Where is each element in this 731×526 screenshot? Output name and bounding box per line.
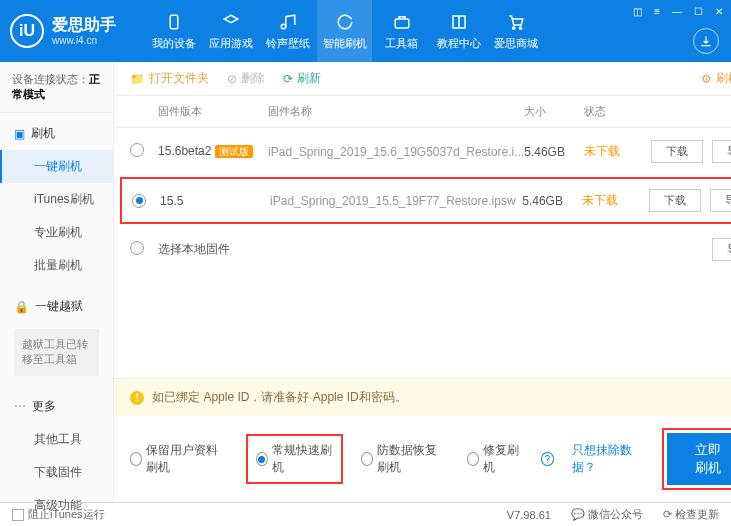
music-icon [278,12,298,32]
sidebar-item-oneclick[interactable]: 一键刷机 [0,150,113,183]
app-title: 爱思助手 [52,15,116,34]
app-logo: iU 爱思助手 www.i4.cn [10,14,116,48]
warning-icon: ! [130,391,144,405]
svg-point-3 [512,26,514,28]
help-icon[interactable]: ? [541,452,553,466]
book-icon [449,12,469,32]
firmware-row[interactable]: 15.6beta2测试版 iPad_Spring_2019_15.6_19G50… [114,128,731,175]
nav-flash[interactable]: 智能刷机 [317,0,372,62]
refresh-icon: ⟳ [283,72,293,86]
svg-rect-0 [170,15,178,29]
svg-point-1 [281,24,286,29]
update-icon: ⟳ [663,508,672,520]
maximize-icon[interactable]: ☐ [692,4,705,19]
gear-icon: ⚙ [701,72,712,86]
nav-tutorials[interactable]: 教程中心 [431,0,486,62]
cart-icon [506,12,526,32]
toolbox-icon [392,12,412,32]
check-update-link[interactable]: ⟳ 检查更新 [663,507,719,522]
refresh-button[interactable]: ⟳刷新 [283,70,321,87]
phone-icon [164,12,184,32]
sidebar-section-more[interactable]: ⋯更多 [0,390,113,423]
nav-apps[interactable]: 应用游戏 [203,0,258,62]
folder-icon: 📁 [130,72,145,86]
sidebar-section-flash[interactable]: ▣刷机 [0,117,113,150]
radio-checked[interactable] [132,194,146,208]
mode-keep-data[interactable]: 保留用户资料刷机 [130,442,228,476]
nav-toolbox[interactable]: 工具箱 [374,0,429,62]
import-button[interactable]: 导入 [712,238,731,261]
delete-button[interactable]: ⊘删除 [227,70,265,87]
skin-icon[interactable]: ◫ [631,4,644,19]
menu-icon[interactable]: ≡ [652,4,662,19]
nav-my-device[interactable]: 我的设备 [146,0,201,62]
erase-only-link[interactable]: 只想抹除数据？ [572,442,644,476]
logo-icon: iU [10,14,44,48]
main-panel: 📁打开文件夹 ⊘删除 ⟳刷新 ⚙刷机设置 固件版本 固件名称 大小 状态 操作 … [114,62,731,502]
local-firmware-row[interactable]: 选择本地固件 导入 [114,226,731,273]
sidebar-item-download-fw[interactable]: 下载固件 [0,456,113,489]
download-indicator-icon[interactable] [693,28,719,54]
mode-anti-recovery[interactable]: 防数据恢复刷机 [361,442,449,476]
sidebar-section-jailbreak[interactable]: 🔒一键越狱 [0,290,113,323]
firmware-table-header: 固件版本 固件名称 大小 状态 操作 [114,96,731,128]
close-icon[interactable]: ✕ [713,4,725,19]
firmware-row-selected[interactable]: 15.5 iPad_Spring_2019_15.5_19F77_Restore… [120,177,731,224]
download-button[interactable]: 下载 [649,189,701,212]
flash-mode-bar: 保留用户资料刷机 常规快速刷机 防数据恢复刷机 修复刷机 ? 只想抹除数据？ 立… [114,416,731,502]
block-itunes-checkbox[interactable]: 阻止iTunes运行 [12,507,105,522]
nav-ringtones[interactable]: 铃声壁纸 [260,0,315,62]
more-icon: ⋯ [14,399,26,413]
apps-icon [221,12,241,32]
flash-settings-button[interactable]: ⚙刷机设置 [701,70,731,87]
refresh-icon [335,12,355,32]
wechat-link[interactable]: 💬 微信公众号 [571,507,643,522]
radio-unchecked[interactable] [130,241,144,255]
sidebar-item-pro[interactable]: 专业刷机 [0,216,113,249]
lock-icon: 🔒 [14,300,29,314]
open-folder-button[interactable]: 📁打开文件夹 [130,70,209,87]
flash-now-button[interactable]: 立即刷机 [667,433,731,485]
minimize-icon[interactable]: — [670,4,684,19]
wechat-icon: 💬 [571,508,585,520]
app-subtitle: www.i4.cn [52,35,116,47]
flash-icon: ▣ [14,127,25,141]
svg-rect-2 [395,19,409,28]
download-button[interactable]: 下载 [651,140,703,163]
beta-badge: 测试版 [215,145,253,158]
jailbreak-moved-note: 越狱工具已转移至工具箱 [14,329,99,376]
sidebar-item-itunes[interactable]: iTunes刷机 [0,183,113,216]
sidebar-item-batch[interactable]: 批量刷机 [0,249,113,282]
mode-normal-fast[interactable]: 常规快速刷机 [246,434,343,484]
radio-unchecked[interactable] [130,143,144,157]
toolbar: 📁打开文件夹 ⊘删除 ⟳刷新 ⚙刷机设置 [114,62,731,96]
nav-store[interactable]: 爱思商城 [488,0,543,62]
connection-status: 设备连接状态：正常模式 [0,62,113,113]
titlebar: iU 爱思助手 www.i4.cn 我的设备 应用游戏 铃声壁纸 智能刷机 工具… [0,0,731,62]
appleid-warning: ! 如已绑定 Apple ID，请准备好 Apple ID和密码。 ✕ [114,379,731,416]
main-nav: 我的设备 应用游戏 铃声壁纸 智能刷机 工具箱 教程中心 爱思商城 [146,0,543,62]
sidebar-item-othertools[interactable]: 其他工具 [0,423,113,456]
svg-point-4 [519,26,521,28]
window-controls: ◫ ≡ — ☐ ✕ [631,4,725,19]
mode-repair[interactable]: 修复刷机 [467,442,524,476]
delete-icon: ⊘ [227,72,237,86]
import-button[interactable]: 导入 [710,189,731,212]
sidebar: 设备连接状态：正常模式 ▣刷机 一键刷机 iTunes刷机 专业刷机 批量刷机 … [0,62,114,502]
version-label: V7.98.61 [507,509,551,521]
import-button[interactable]: 导入 [712,140,731,163]
